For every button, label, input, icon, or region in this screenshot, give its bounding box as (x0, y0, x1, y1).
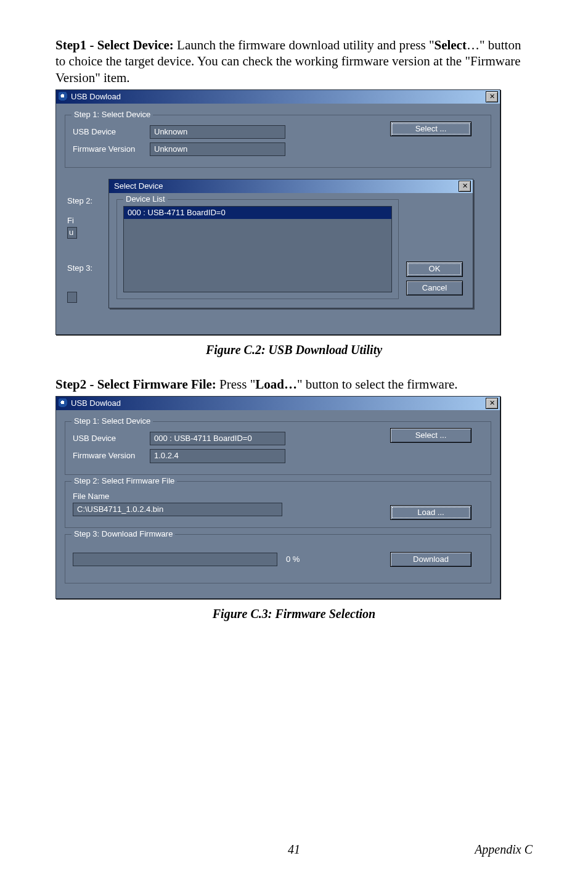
group-step2: Step 2: Select Firmware File File Name C… (65, 481, 491, 529)
device-listbox[interactable]: 000 : USB-4711 BoardID=0 (123, 206, 392, 292)
step3-fragment: Step 3: (67, 263, 92, 273)
list-item[interactable]: 000 : USB-4711 BoardID=0 (124, 207, 391, 219)
close-icon[interactable]: ✕ (459, 181, 471, 192)
step2-t2: " button to select the firmware. (297, 377, 458, 392)
usb-device-label: USB Device (73, 434, 150, 443)
section-label: Appendix C (475, 842, 533, 857)
fw-version-label: Firmware Version (73, 451, 150, 461)
step2-bold2: Load… (255, 377, 297, 392)
step1-bold2: Select (434, 38, 466, 52)
u-fragment: u (67, 227, 77, 238)
close-icon[interactable]: ✕ (486, 91, 498, 102)
figure-caption-1: Figure C.2: USB Download Utility (55, 342, 533, 358)
select-device-dialog: Select Device ✕ Device List 000 : USB-47… (108, 179, 473, 308)
usb-download-dialog-2: USB Dowload ✕ Step 1: Select Device USB … (55, 396, 500, 599)
download-button[interactable]: Download (390, 552, 472, 567)
step1-bold: Step1 - Select Device: (55, 38, 174, 52)
page-number: 41 (288, 842, 300, 857)
select-button[interactable]: Select ... (390, 122, 472, 136)
step2-fragment: Step 2: (67, 196, 92, 206)
window-title: USB Dowload (71, 398, 486, 408)
file-name-field[interactable]: C:\USB4711_1.0.2.4.bin (73, 503, 282, 516)
device-list-legend: Device List (123, 194, 168, 204)
step2-t1: Press " (216, 377, 255, 392)
load-button[interactable]: Load ... (390, 505, 472, 520)
child-title: Select Device (112, 181, 459, 191)
step1-t1: Launch the firmware download utility and… (174, 38, 435, 52)
group-step3-legend: Step 3: Download Firmware (71, 529, 175, 539)
ok-button[interactable]: OK (406, 262, 463, 276)
step2-bold: Step2 - Select Firmware File: (55, 377, 216, 392)
usb-device-field[interactable]: Unknown (150, 125, 285, 139)
progress-bar (73, 553, 277, 566)
group-step3: Step 3: Download Firmware 0 % Download (65, 534, 491, 583)
group-step1: Step 1: Select Device USB Device Unknown… (65, 115, 491, 168)
group-step1-legend: Step 1: Select Device (71, 416, 153, 426)
usb-download-dialog-1: USB Dowload ✕ Step 1: Select Device USB … (55, 89, 500, 335)
step1-paragraph: Step1 - Select Device: Launch the firmwa… (55, 37, 533, 86)
fw-version-field[interactable]: Unknown (150, 142, 285, 156)
usb-device-field[interactable]: 000 : USB-4711 BoardID=0 (150, 432, 285, 445)
titlebar: USB Dowload ✕ (56, 397, 500, 410)
child-titlebar: Select Device ✕ (109, 179, 473, 193)
fw-version-field[interactable]: 1.0.2.4 (150, 449, 285, 463)
group-step2-legend: Step 2: Select Firmware File (71, 476, 177, 486)
fw-version-label: Firmware Version (73, 144, 150, 154)
titlebar: USB Dowload ✕ (56, 90, 500, 104)
close-icon[interactable]: ✕ (486, 398, 498, 409)
group-step1: Step 1: Select Device USB Device 000 : U… (65, 421, 491, 475)
usb-device-label: USB Device (73, 127, 150, 137)
file-name-label: File Name (73, 492, 109, 501)
app-icon (59, 92, 68, 102)
cancel-button[interactable]: Cancel (406, 281, 463, 295)
window-title: USB Dowload (71, 92, 486, 102)
fi-fragment: Fi (67, 216, 92, 226)
figure-caption-2: Figure C.3: Firmware Selection (55, 606, 533, 622)
progress-percent: 0 % (286, 554, 300, 564)
step2-paragraph: Step2 - Select Firmware File: Press "Loa… (55, 376, 533, 392)
page-footer: 41 Appendix C (55, 842, 533, 857)
group-step1-legend: Step 1: Select Device (71, 110, 153, 120)
empty-fragment (67, 292, 77, 303)
select-button[interactable]: Select ... (390, 428, 472, 443)
app-icon (59, 398, 68, 408)
